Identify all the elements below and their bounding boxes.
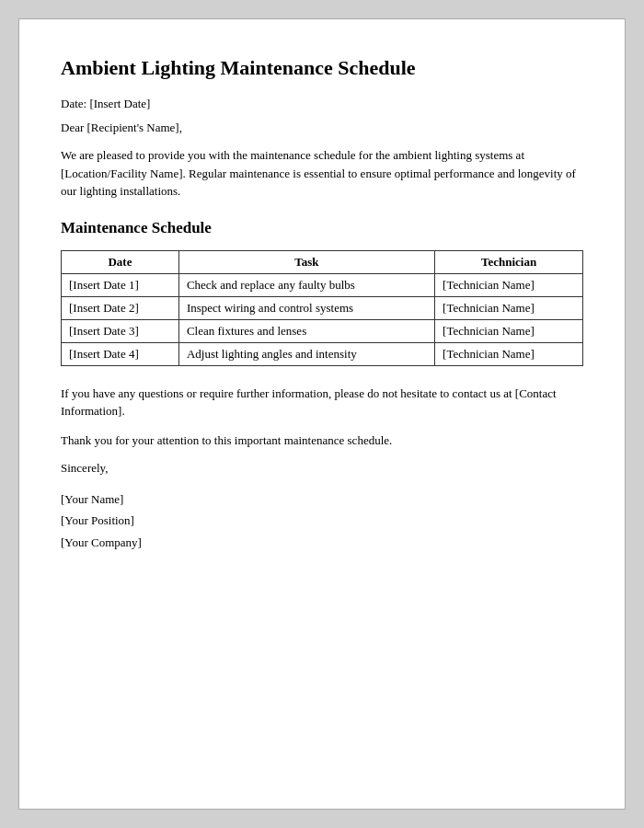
maintenance-table: Date Task Technician [Insert Date 1]Chec… (61, 250, 583, 366)
col-header-date: Date (62, 250, 179, 273)
cell-date-1: [Insert Date 2] (62, 296, 179, 319)
table-row: [Insert Date 1]Check and replace any fau… (62, 273, 583, 296)
document-page: Ambient Lighting Maintenance Schedule Da… (18, 18, 626, 810)
signature-company: [Your Company] (61, 532, 583, 553)
cell-date-2: [Insert Date 3] (62, 319, 179, 342)
cell-technician-3: [Technician Name] (435, 342, 583, 365)
thank-you-paragraph: Thank you for your attention to this imp… (61, 433, 583, 448)
signature-name: [Your Name] (61, 489, 583, 510)
col-header-technician: Technician (435, 250, 583, 273)
table-row: [Insert Date 3]Clean fixtures and lenses… (62, 319, 583, 342)
cell-task-2: Clean fixtures and lenses (178, 319, 434, 342)
cell-task-1: Inspect wiring and control systems (178, 296, 434, 319)
cell-task-3: Adjust lighting angles and intensity (178, 342, 434, 365)
sincerely-line: Sincerely, (61, 461, 583, 476)
document-title: Ambient Lighting Maintenance Schedule (61, 56, 583, 80)
cell-date-3: [Insert Date 4] (62, 342, 179, 365)
signature-position: [Your Position] (61, 510, 583, 531)
table-header-row: Date Task Technician (62, 250, 583, 273)
table-row: [Insert Date 2]Inspect wiring and contro… (62, 296, 583, 319)
cell-date-0: [Insert Date 1] (62, 273, 179, 296)
cell-technician-0: [Technician Name] (435, 273, 583, 296)
date-line: Date: [Insert Date] (61, 97, 583, 111)
salutation: Dear [Recipient's Name], (61, 121, 583, 135)
intro-paragraph: We are pleased to provide you with the m… (61, 146, 583, 201)
col-header-task: Task (178, 250, 434, 273)
cell-technician-2: [Technician Name] (435, 319, 583, 342)
cell-technician-1: [Technician Name] (435, 296, 583, 319)
section-title: Maintenance Schedule (61, 219, 583, 237)
signature-block: [Your Name] [Your Position] [Your Compan… (61, 489, 583, 553)
table-row: [Insert Date 4]Adjust lighting angles an… (62, 342, 583, 365)
follow-up-paragraph: If you have any questions or require fur… (61, 385, 583, 420)
cell-task-0: Check and replace any faulty bulbs (178, 273, 434, 296)
